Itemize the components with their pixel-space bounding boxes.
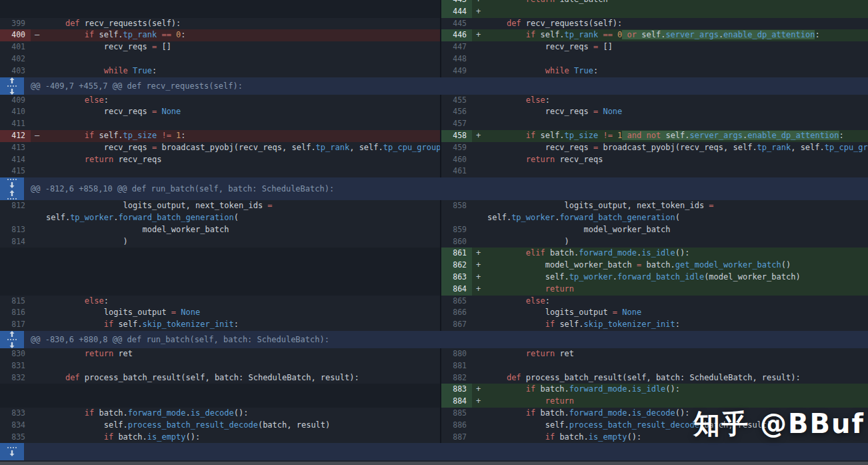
code-line: model_worker_batch [487, 224, 868, 236]
diff-marker [472, 212, 487, 224]
line-number[interactable]: 830 [0, 348, 31, 360]
diff-side: 881 [440, 360, 868, 372]
line-number[interactable]: 414 [0, 154, 31, 166]
line-number[interactable]: 460 [441, 154, 472, 166]
line-number[interactable]: 817 [0, 319, 31, 331]
diff-marker [31, 118, 46, 130]
line-number[interactable]: 415 [0, 165, 31, 177]
line-number[interactable]: 399 [0, 18, 31, 30]
code-line: def recv_requests(self): [487, 18, 868, 30]
line-number[interactable]: 403 [0, 65, 31, 77]
diff-row: 402448 [0, 53, 868, 65]
line-number[interactable]: 458 [441, 130, 472, 142]
diff-side: 403 while True: [0, 65, 440, 77]
code-line [46, 360, 440, 372]
line-number[interactable]: 887 [441, 432, 472, 444]
line-number[interactable]: 461 [441, 165, 472, 177]
diff-side: 449 while True: [440, 65, 868, 77]
line-number[interactable]: 880 [441, 348, 472, 360]
line-number[interactable]: 443 [441, 0, 472, 6]
code-line: else: [487, 296, 868, 308]
code-line: if self.tp_rank == 0 or self.server_args… [487, 29, 868, 41]
diff-row: 815 else:865 else: [0, 296, 868, 308]
line-number[interactable]: 813 [0, 224, 31, 236]
line-number[interactable]: 456 [441, 106, 472, 118]
line-number[interactable]: 858 [441, 200, 472, 212]
code-line: self.tp_worker.forward_batch_idle(model_… [487, 272, 868, 284]
code-line: if self.tp_size != 1 and not self.server… [487, 130, 868, 142]
expand-all-icon[interactable] [0, 77, 24, 95]
line-number[interactable]: 863 [441, 272, 472, 284]
diff-row: 411457 [0, 118, 868, 130]
expand-split-icon[interactable] [0, 177, 24, 200]
diff-side: 448 [440, 53, 868, 65]
code-line: return recv_reqs [487, 154, 868, 166]
line-number[interactable]: 445 [441, 18, 472, 30]
diff-marker [472, 154, 487, 166]
line-number[interactable]: 859 [441, 224, 472, 236]
line-number[interactable] [441, 212, 472, 224]
line-number[interactable]: 884 [441, 396, 472, 408]
line-number[interactable]: 814 [0, 236, 31, 248]
diff-row: 863+ self.tp_worker.forward_batch_idle(m… [0, 272, 868, 284]
line-number[interactable]: 444 [441, 6, 472, 18]
diff-side: 883+ if batch.forward_mode.is_idle(): [440, 384, 868, 396]
diff-row: 403 while True:449 while True: [0, 65, 868, 77]
line-number[interactable]: 833 [0, 408, 31, 420]
diff-row: 413 recv_reqs = broadcast_pyobj(recv_req… [0, 142, 868, 154]
diff-row: 400– if self.tp_rank == 0:446+ if self.t… [0, 29, 868, 41]
line-number[interactable]: 861 [441, 248, 472, 260]
diff-row: 831881 [0, 360, 868, 372]
line-number[interactable]: 816 [0, 307, 31, 319]
line-number[interactable]: 862 [441, 260, 472, 272]
line-number[interactable]: 411 [0, 118, 31, 130]
line-number[interactable]: 881 [441, 360, 472, 372]
line-number[interactable]: 882 [441, 372, 472, 384]
line-number[interactable] [0, 212, 31, 224]
line-number[interactable]: 457 [441, 118, 472, 130]
line-number[interactable]: 835 [0, 432, 31, 444]
line-number[interactable]: 400 [0, 29, 31, 41]
line-number[interactable]: 401 [0, 41, 31, 53]
empty-filler [0, 396, 440, 408]
code-line: else: [487, 95, 868, 107]
diff-side: 859 model_worker_batch [440, 224, 868, 236]
diff-side: 457 [440, 118, 868, 130]
line-number[interactable]: 885 [441, 408, 472, 420]
line-number[interactable]: 815 [0, 296, 31, 308]
line-number[interactable]: 864 [441, 284, 472, 296]
expand-down-icon[interactable] [0, 443, 24, 460]
line-number[interactable]: 409 [0, 95, 31, 107]
code-line: ) [46, 236, 440, 248]
line-number[interactable]: 886 [441, 420, 472, 432]
line-number[interactable]: 447 [441, 41, 472, 53]
diff-marker [31, 165, 46, 177]
line-number[interactable]: 455 [441, 95, 472, 107]
diff-side: 867 if self.skip_tokenizer_init: [440, 319, 868, 331]
diff-marker [472, 53, 487, 65]
line-number[interactable]: 446 [441, 29, 472, 41]
line-number[interactable]: 831 [0, 360, 31, 372]
line-number[interactable]: 448 [441, 53, 472, 65]
line-number[interactable]: 834 [0, 420, 31, 432]
line-number[interactable]: 413 [0, 142, 31, 154]
expand-all-icon[interactable] [0, 331, 24, 348]
line-number[interactable]: 832 [0, 372, 31, 384]
line-number[interactable]: 412 [0, 130, 31, 142]
line-number[interactable]: 459 [441, 142, 472, 154]
line-number[interactable]: 860 [441, 236, 472, 248]
line-number[interactable]: 866 [441, 307, 472, 319]
diff-row: 864+ return [0, 284, 868, 296]
diff-row: 409 else:455 else: [0, 95, 868, 107]
diff-marker [31, 296, 46, 308]
line-number[interactable]: 402 [0, 53, 31, 65]
line-number[interactable]: 865 [441, 296, 472, 308]
bottom-scroll-strip[interactable] [0, 462, 868, 465]
code-line: else: [46, 95, 440, 107]
line-number[interactable]: 410 [0, 106, 31, 118]
line-number[interactable]: 449 [441, 65, 472, 77]
line-number[interactable]: 867 [441, 319, 472, 331]
line-number[interactable]: 812 [0, 200, 31, 212]
code-line: recv_reqs = [] [46, 41, 440, 53]
line-number[interactable]: 883 [441, 384, 472, 396]
